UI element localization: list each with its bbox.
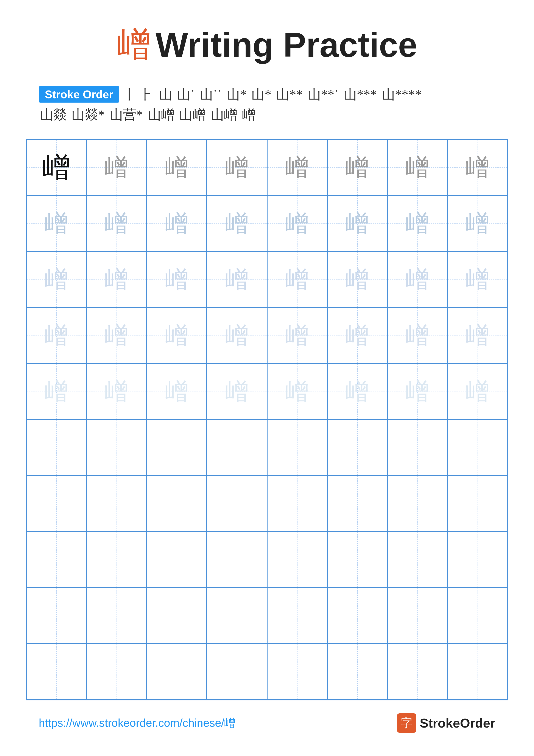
grid-cell[interactable] <box>447 419 507 475</box>
stroke-step-7: 山* <box>251 85 271 103</box>
grid-cell[interactable]: 嶒 <box>207 364 267 419</box>
grid-cell[interactable] <box>327 475 387 532</box>
grid-cell[interactable] <box>27 419 87 475</box>
grid-cell[interactable] <box>27 644 87 700</box>
cell-character: 嶒 <box>345 156 369 179</box>
grid-cell[interactable] <box>207 475 267 532</box>
grid-cell[interactable] <box>267 475 327 532</box>
grid-cell[interactable] <box>387 475 447 532</box>
grid-cell[interactable]: 嶒 <box>447 252 507 308</box>
grid-cell[interactable]: 嶒 <box>27 196 87 252</box>
grid-cell[interactable]: 嶒 <box>327 252 387 308</box>
grid-cell[interactable] <box>87 419 147 475</box>
grid-cell[interactable]: 嶒 <box>207 252 267 308</box>
grid-cell[interactable]: 嶒 <box>387 139 447 196</box>
grid-cell[interactable] <box>327 588 387 644</box>
grid-cell[interactable]: 嶒 <box>147 139 207 196</box>
stroke-step-9: 山**˙ <box>308 85 339 103</box>
grid-cell[interactable]: 嶒 <box>87 139 147 196</box>
grid-cell[interactable]: 嶒 <box>267 364 327 419</box>
grid-cell[interactable] <box>447 644 507 700</box>
grid-cell[interactable]: 嶒 <box>327 364 387 419</box>
grid-cell[interactable] <box>267 644 327 700</box>
title-character: 嶒 <box>117 21 151 68</box>
grid-cell[interactable] <box>207 419 267 475</box>
grid-cell[interactable]: 嶒 <box>87 364 147 419</box>
grid-cell[interactable] <box>207 588 267 644</box>
grid-cell[interactable]: 嶒 <box>147 364 207 419</box>
grid-cell[interactable] <box>87 588 147 644</box>
grid-cell[interactable]: 嶒 <box>27 308 87 364</box>
cell-character: 嶒 <box>406 156 429 179</box>
grid-cell[interactable] <box>387 644 447 700</box>
grid-cell[interactable]: 嶒 <box>207 308 267 364</box>
grid-cell[interactable]: 嶒 <box>447 139 507 196</box>
grid-cell[interactable]: 嶒 <box>147 252 207 308</box>
cell-character: 嶒 <box>285 268 309 291</box>
grid-cell[interactable]: 嶒 <box>27 364 87 419</box>
grid-cell[interactable]: 嶒 <box>267 139 327 196</box>
grid-cell[interactable]: 嶒 <box>387 364 447 419</box>
grid-cell[interactable]: 嶒 <box>447 308 507 364</box>
grid-cell[interactable] <box>27 588 87 644</box>
cell-character: 嶒 <box>105 268 128 291</box>
grid-cell[interactable] <box>87 475 147 532</box>
grid-cell[interactable] <box>387 419 447 475</box>
grid-cell[interactable] <box>147 475 207 532</box>
grid-cell[interactable]: 嶒 <box>27 252 87 308</box>
grid-cell[interactable] <box>327 419 387 475</box>
grid-cell[interactable] <box>87 644 147 700</box>
grid-cell[interactable] <box>27 475 87 532</box>
grid-cell[interactable] <box>87 532 147 588</box>
page: 嶒 Writing Practice Stroke Order 丨 ⺊ 山 山˙… <box>0 0 534 756</box>
grid-cell[interactable]: 嶒 <box>387 252 447 308</box>
stroke-step-17: 山嶒 <box>211 106 237 124</box>
grid-cell[interactable] <box>207 644 267 700</box>
footer-url[interactable]: https://www.strokeorder.com/chinese/嶒 <box>39 716 236 731</box>
grid-cell[interactable] <box>147 419 207 475</box>
grid-cell[interactable] <box>207 532 267 588</box>
grid-cell[interactable]: 嶒 <box>87 308 147 364</box>
grid-cell[interactable] <box>327 644 387 700</box>
cell-character: 嶒 <box>406 212 429 235</box>
grid-cell[interactable]: 嶒 <box>207 139 267 196</box>
stroke-order-row-2: 山燚 山燚* 山营* 山嶒 山嶒 山嶒 嶒 <box>39 106 495 124</box>
grid-cell[interactable]: 嶒 <box>27 139 87 196</box>
grid-cell[interactable]: 嶒 <box>327 308 387 364</box>
grid-cell[interactable]: 嶒 <box>147 308 207 364</box>
grid-cell[interactable]: 嶒 <box>147 196 207 252</box>
cell-character: 嶒 <box>345 380 369 403</box>
cell-character: 嶒 <box>105 156 128 179</box>
logo-icon: 字 <box>397 713 417 733</box>
grid-cell[interactable] <box>447 475 507 532</box>
grid-cell[interactable]: 嶒 <box>267 308 327 364</box>
grid-cell[interactable]: 嶒 <box>267 196 327 252</box>
grid-cell[interactable] <box>387 532 447 588</box>
cell-character: 嶒 <box>225 380 249 403</box>
cell-character: 嶒 <box>105 212 128 235</box>
grid-cell[interactable]: 嶒 <box>447 364 507 419</box>
grid-cell[interactable] <box>327 532 387 588</box>
grid-cell[interactable] <box>447 532 507 588</box>
grid-cell[interactable]: 嶒 <box>267 252 327 308</box>
stroke-step-14: 山营* <box>110 106 143 124</box>
grid-cell[interactable]: 嶒 <box>327 196 387 252</box>
grid-cell[interactable]: 嶒 <box>207 196 267 252</box>
grid-cell[interactable]: 嶒 <box>387 196 447 252</box>
grid-cell[interactable] <box>147 644 207 700</box>
cell-character: 嶒 <box>45 268 68 291</box>
grid-cell[interactable]: 嶒 <box>87 196 147 252</box>
grid-cell[interactable] <box>27 532 87 588</box>
grid-cell[interactable] <box>267 532 327 588</box>
grid-cell[interactable] <box>267 588 327 644</box>
grid-cell[interactable]: 嶒 <box>327 139 387 196</box>
grid-cell[interactable]: 嶒 <box>387 308 447 364</box>
grid-cell[interactable]: 嶒 <box>447 196 507 252</box>
cell-character: 嶒 <box>285 156 309 179</box>
grid-cell[interactable] <box>147 588 207 644</box>
grid-cell[interactable] <box>147 532 207 588</box>
grid-cell[interactable] <box>447 588 507 644</box>
grid-cell[interactable] <box>267 419 327 475</box>
grid-cell[interactable]: 嶒 <box>87 252 147 308</box>
grid-cell[interactable] <box>387 588 447 644</box>
